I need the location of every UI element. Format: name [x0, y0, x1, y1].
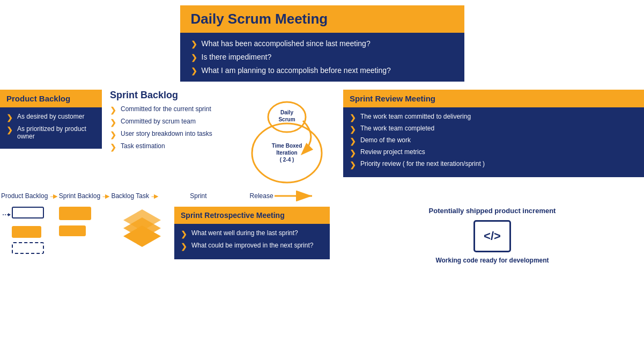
svg-text:( 2-4 ): ( 2-4 ): [280, 157, 294, 163]
sprint-retro-body: ❯ What went well during the last sprint?…: [174, 224, 330, 259]
sb-chevron-3: ❯: [110, 130, 116, 139]
right-side: Potentially shipped product increment </…: [330, 204, 644, 264]
daily-scrum-title: Daily Scrum Meeting: [180, 5, 464, 33]
working-code-text: Working code ready for development: [340, 257, 644, 264]
svg-text:Time Boxed: Time Boxed: [272, 143, 302, 149]
svg-text:Iteration: Iteration: [276, 150, 297, 156]
sprint-backlog: Sprint Backlog ❯ Committed for the curre…: [102, 90, 231, 155]
retro-chevron-2: ❯: [181, 242, 187, 251]
release-arrow: [275, 191, 317, 201]
retro-item-2: ❯ What could be improved in the next spr…: [181, 242, 323, 251]
svg-marker-10: [8, 213, 11, 216]
flow-arrow-3: --▶: [151, 193, 158, 200]
flow-arrow-2: --▶: [102, 193, 109, 200]
sb-shape-2: [59, 225, 86, 236]
pb-item-2: ❯ As prioritized by product owner: [6, 125, 95, 140]
pb-shape-2: [12, 226, 41, 238]
sb-item-1: ❯ Committed for the current sprint: [110, 105, 231, 114]
flow-label-2: Sprint Backlog: [59, 192, 100, 200]
sprint-review-body: ❯ The work team committed to delivering …: [343, 107, 644, 177]
sr-item-3: ❯ Demo of the work: [350, 136, 638, 145]
daily-scrum-item-1: ❯ What has been accompolished since last…: [191, 39, 454, 48]
bt-shapes: [113, 204, 172, 250]
product-increment-text: Potentially shipped product increment: [340, 207, 644, 215]
top-section: Daily Scrum Meeting ❯ What has been acco…: [0, 0, 644, 90]
flow-row: Product Backlog --▶ Sprint Backlog --▶ B…: [0, 186, 644, 204]
daily-scrum-box: Daily Scrum Meeting ❯ What has been acco…: [180, 5, 464, 82]
cycle-diagram: Daily Scrum Time Boxed Iteration ( 2-4 ): [231, 90, 338, 186]
middle-row: Product Backlog ❯ As desired by customer…: [0, 90, 644, 186]
sr-item-2: ❯ The work team completed: [350, 125, 638, 134]
pb-shape-1: [12, 207, 44, 218]
pb-chevron-2: ❯: [6, 126, 13, 134]
sr-chevron-2: ❯: [350, 125, 356, 134]
sb-chevron-4: ❯: [110, 143, 116, 151]
sb-item-3: ❯ User story breakdown into tasks: [110, 130, 231, 139]
retro-item-1: ❯ What went well during the last sprint?: [181, 229, 323, 238]
pb-chevron-1: ❯: [6, 113, 13, 122]
daily-scrum-item-3: ❯ What I am planning to accompolish befo…: [191, 66, 454, 75]
sr-chevron-4: ❯: [350, 149, 356, 157]
scrum-cycle-svg: Daily Scrum Time Boxed Iteration ( 2-4 ): [236, 91, 332, 185]
sb-item-2: ❯ Committed by scrum team: [110, 118, 231, 127]
sb-shape-1: [59, 207, 91, 220]
flow-arrow-1: --▶: [50, 193, 56, 200]
sr-item-5: ❯ Priority review ( for the next iterati…: [350, 160, 638, 169]
bottom-row: Sprint Retrospective Meeting ❯ What went…: [0, 204, 644, 264]
pb-item-1: ❯ As desired by customer: [6, 113, 95, 122]
flow-label-1: Product Backlog: [1, 192, 48, 200]
chevron-icon-3: ❯: [191, 67, 197, 75]
sr-chevron-1: ❯: [350, 113, 356, 122]
sr-item-1: ❯ The work team committed to delivering: [350, 113, 638, 122]
sr-chevron-3: ❯: [350, 137, 356, 145]
pb-shapes: [0, 204, 48, 258]
pb-shape-3: [12, 242, 44, 254]
daily-scrum-body: ❯ What has been accompolished since last…: [180, 33, 464, 82]
flow-label-5: Release: [250, 192, 273, 200]
sprint-retro-title: Sprint Retrospective Meeting: [174, 207, 330, 224]
flow-label-4: Sprint: [190, 192, 206, 200]
flow-label-3: Backlog Task: [111, 192, 149, 200]
chevron-icon-1: ❯: [191, 40, 197, 48]
sr-item-4: ❯ Review project metrics: [350, 148, 638, 157]
code-icon: </>: [473, 220, 511, 252]
chevron-icon-2: ❯: [191, 53, 197, 62]
sb-chevron-2: ❯: [110, 118, 116, 127]
sb-chevron-1: ❯: [110, 106, 116, 114]
product-backlog: Product Backlog ❯ As desired by customer…: [0, 90, 102, 149]
daily-scrum-item-2: ❯ Is there impediment?: [191, 53, 454, 62]
svg-text:Scrum: Scrum: [278, 116, 295, 122]
sprint-retro: Sprint Retrospective Meeting ❯ What went…: [174, 207, 330, 259]
sr-chevron-5: ❯: [350, 161, 356, 169]
product-backlog-body: ❯ As desired by customer ❯ As prioritize…: [0, 107, 102, 149]
product-backlog-title: Product Backlog: [0, 90, 102, 107]
sprint-review-title: Sprint Review Meeting: [343, 90, 644, 107]
sb-shapes: [48, 204, 113, 236]
svg-text:Daily: Daily: [280, 110, 293, 115]
sb-item-4: ❯ Task estimation: [110, 142, 231, 151]
sprint-review: Sprint Review Meeting ❯ The work team co…: [343, 90, 644, 177]
retro-chevron-1: ❯: [181, 230, 187, 238]
sprint-backlog-title: Sprint Backlog: [110, 90, 231, 101]
